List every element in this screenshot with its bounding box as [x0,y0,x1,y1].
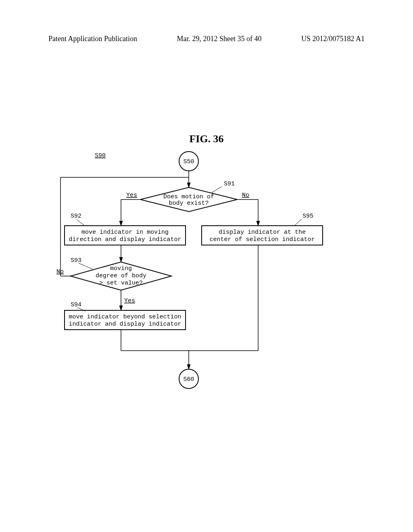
process-move-direction-id: S92 [71,213,81,220]
process-move-direction-text1: move indicator in moving [81,229,169,236]
process-display-center-text2: center of selection indicator [209,236,315,243]
process-move-beyond-id: S94 [71,301,81,308]
figure-title: FIG. 36 [0,133,413,145]
page-header: Patent Application Publication Mar. 29, … [0,35,413,43]
svg-line-11 [79,263,93,269]
decision-motion-yes: Yes [126,192,137,199]
process-display-center-text1: display indicator at the [219,229,306,236]
decision-degree-yes: Yes [124,297,135,304]
decision-motion-id: S91 [224,181,235,187]
decision-degree-no: No [56,268,64,275]
header-left: Patent Application Publication [48,35,137,43]
process-move-direction-text2: direction and display indicator [69,236,181,243]
section-label: S90 [95,152,106,159]
decision-degree-id: S93 [71,257,81,264]
decision-degree-text2: degree of body [96,272,146,279]
decision-degree-text3: > set value? [99,280,143,287]
svg-line-8 [77,220,85,226]
connector-end-label: S60 [183,376,194,383]
header-right: US 2012/0075182 A1 [301,35,365,43]
process-display-center-id: S95 [302,213,313,220]
decision-motion-text2: body exist? [169,200,209,207]
header-mid: Mar. 29, 2012 Sheet 35 of 40 [177,35,261,43]
svg-line-3 [212,187,222,193]
decision-motion-text1: Does motion of [163,193,214,200]
flowchart: S90 S50 Does motion of body exist? S91 Y… [52,149,359,395]
svg-line-9 [294,219,302,226]
decision-motion-no: No [242,192,249,199]
process-move-beyond-text2: indicator and display indicator [69,321,181,328]
process-move-beyond-text1: move indicator beyond selection [69,314,181,320]
connector-start-label: S50 [183,158,194,165]
decision-degree-text1: moving [110,265,132,272]
